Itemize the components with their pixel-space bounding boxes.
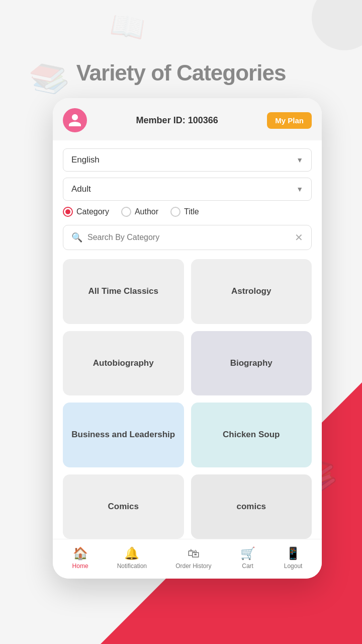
category-label: All Time Classics (88, 286, 158, 297)
nav-item-notification[interactable]: 🔔 Notification (117, 546, 147, 570)
search-box: 🔍 ✕ (63, 225, 312, 250)
home-icon: 🏠 (73, 546, 88, 560)
nav-item-order-history[interactable]: 🛍 Order History (175, 546, 211, 570)
member-id: Member ID: 100366 (87, 115, 267, 126)
search-icon: 🔍 (71, 232, 82, 243)
nav-item-cart[interactable]: 🛒 Cart (240, 546, 255, 570)
radio-title[interactable]: Title (170, 207, 199, 217)
language-dropdown[interactable]: English ▼ (63, 148, 312, 172)
category-item-business-leadership[interactable]: Business and Leadership (63, 403, 184, 467)
category-label: Comics (108, 501, 139, 512)
category-label: comics (236, 501, 266, 512)
cart-icon: 🛒 (240, 546, 255, 560)
my-plan-button[interactable]: My Plan (267, 112, 312, 129)
header: Member ID: 100366 My Plan (53, 98, 322, 140)
body-content: English ▼ Adult ▼ Category Author Title (53, 140, 322, 539)
category-grid: All Time Classics Astrology Autobiograph… (63, 259, 312, 539)
radio-label-title: Title (184, 207, 199, 216)
category-label: Chicken Soup (223, 429, 280, 440)
radio-circle-author (121, 207, 131, 217)
bg-icon-tr: 📖 (108, 8, 148, 46)
page-title: Variety of Categories (0, 60, 362, 86)
language-dropdown-value: English (71, 155, 100, 165)
category-item-chicken-soup[interactable]: Chicken Soup (191, 403, 312, 467)
nav-label-order-history: Order History (175, 562, 211, 570)
radio-circle-category (63, 207, 73, 217)
avatar (63, 108, 87, 132)
nav-item-home[interactable]: 🏠 Home (72, 546, 88, 570)
phone-card: Member ID: 100366 My Plan English ▼ Adul… (53, 98, 322, 579)
bg-circle-decoration (312, 0, 362, 50)
radio-label-author: Author (135, 207, 158, 216)
logout-icon: 📱 (286, 546, 301, 560)
category-item-autobiography[interactable]: Autobiography (63, 331, 184, 396)
category-label: Autobiography (93, 358, 154, 369)
category-label: Business and Leadership (71, 429, 175, 440)
radio-group: Category Author Title (63, 207, 312, 217)
category-item-comics[interactable]: Comics (63, 474, 184, 539)
age-dropdown-arrow: ▼ (296, 185, 303, 193)
category-item-all-time-classics[interactable]: All Time Classics (63, 259, 184, 324)
radio-author[interactable]: Author (121, 207, 158, 217)
category-item-comics-lower[interactable]: comics (191, 474, 312, 539)
search-input[interactable] (87, 233, 290, 242)
radio-label-category: Category (76, 207, 109, 216)
category-label: Biography (230, 358, 273, 369)
category-item-biography[interactable]: Biography (191, 331, 312, 396)
clear-icon[interactable]: ✕ (295, 231, 303, 244)
nav-label-notification: Notification (117, 562, 147, 570)
radio-category[interactable]: Category (63, 207, 109, 217)
notification-icon: 🔔 (124, 546, 139, 560)
nav-label-home: Home (72, 562, 88, 570)
age-dropdown[interactable]: Adult ▼ (63, 178, 312, 201)
category-label: Astrology (231, 286, 271, 297)
order-history-icon: 🛍 (188, 546, 200, 560)
nav-label-logout: Logout (284, 562, 303, 570)
nav-item-logout[interactable]: 📱 Logout (284, 546, 303, 570)
bottom-nav: 🏠 Home 🔔 Notification 🛍 Order History 🛒 … (53, 539, 322, 579)
age-dropdown-value: Adult (71, 184, 91, 194)
radio-circle-title (170, 207, 180, 217)
language-dropdown-arrow: ▼ (296, 156, 303, 164)
category-item-astrology[interactable]: Astrology (191, 259, 312, 324)
nav-label-cart: Cart (242, 562, 253, 570)
